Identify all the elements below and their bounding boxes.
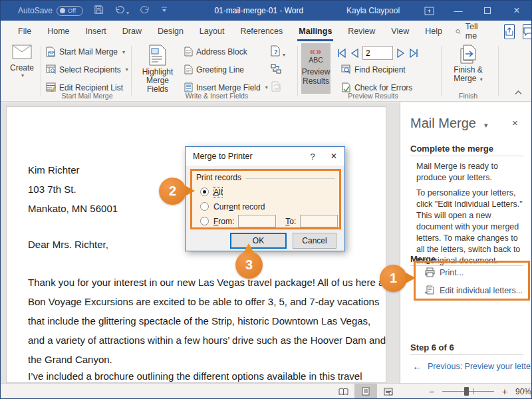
customize-qat-button[interactable] [161, 6, 168, 15]
next-record-button[interactable] [397, 49, 405, 58]
address-block-button[interactable]: Address Block [184, 47, 247, 57]
read-mode-icon [338, 388, 348, 396]
tab-home[interactable]: Home [39, 21, 77, 42]
autosave-toggle[interactable]: Off [57, 6, 83, 16]
create-button[interactable]: Create ▾ [7, 45, 37, 78]
tab-view[interactable]: View [383, 21, 417, 42]
maximize-button[interactable] [473, 1, 502, 21]
zoom-slider[interactable] [442, 391, 494, 392]
undo-caret-icon: ▾ [126, 10, 129, 16]
find-recipient-button[interactable]: Find Recipient [341, 65, 406, 74]
redo-button[interactable] [140, 5, 150, 17]
ribbon-tabs: File Home Insert Draw Design Layout Refe… [1, 21, 531, 42]
tab-file[interactable]: File [10, 21, 39, 42]
comments-button[interactable] [523, 24, 532, 39]
complete-merge-heading: Complete the merge [410, 144, 493, 154]
create-caret-icon: ▾ [21, 72, 24, 78]
callout-tail [185, 186, 195, 196]
read-mode-button[interactable] [332, 384, 354, 399]
zoom-in-button[interactable]: + [499, 386, 510, 397]
radio-from-to[interactable]: From: To: [196, 216, 335, 226]
tab-references[interactable]: References [232, 21, 291, 42]
edit-recipient-list-button[interactable]: Edit Recipient List [46, 82, 123, 92]
step-label: Step 6 of 6 [410, 342, 454, 352]
comment-icon [523, 27, 532, 36]
select-recipients-button[interactable]: Select Recipients▾ [46, 65, 128, 74]
web-layout-button[interactable] [377, 384, 400, 399]
previous-step-link[interactable]: ← Previous: Preview your letters [412, 360, 531, 372]
share-button[interactable] [504, 24, 515, 39]
radio-button-icon [200, 188, 209, 196]
dropdown-caret-icon: ▾ [480, 76, 483, 82]
start-mail-merge-icon [46, 47, 56, 57]
recipient-city: Mankato, MN 56001 [28, 199, 118, 218]
greeting-line-button[interactable]: Greeting Line [184, 65, 244, 74]
print-records-label: Print records [196, 173, 241, 182]
tell-me-box[interactable]: Tell me [456, 22, 481, 41]
merge-to-printer-dialog: Merge to Printer ? × Print records All C… [185, 146, 345, 251]
zoom-out-button[interactable]: − [426, 386, 437, 397]
dropdown-caret-icon: ▾ [283, 52, 285, 58]
tab-mailings[interactable]: Mailings [291, 21, 340, 42]
ok-button[interactable]: OK [230, 233, 287, 249]
from-input[interactable] [238, 215, 276, 227]
dialog-title-bar[interactable]: Merge to Printer ? × [186, 147, 344, 166]
left-arrow-icon: ← [412, 360, 422, 372]
radio-current-record[interactable]: Current record [196, 201, 335, 211]
dropdown-caret-icon: ▾ [126, 66, 128, 72]
first-record-button[interactable] [337, 49, 346, 58]
insert-merge-field-button[interactable]: Insert Merge Field▾ [184, 82, 268, 92]
start-mail-merge-button[interactable]: Start Mail Merge▾ [46, 47, 125, 57]
tab-design[interactable]: Design [150, 21, 192, 42]
mail-merge-pane: Mail Merge ▾ × Complete the merge Mail M… [400, 102, 532, 383]
print-layout-icon [362, 387, 370, 396]
body-line: Bon Voyage Excursions are excited to be … [28, 292, 379, 311]
tab-review[interactable]: Review [340, 21, 383, 42]
ribbon: Create ▾ Start Mail Merge▾ Select Recipi… [1, 42, 531, 102]
match-fields-button[interactable] [271, 64, 285, 76]
preview-chevrons-icon: «» [310, 47, 323, 55]
dropdown-caret-icon: ▾ [265, 84, 268, 90]
minimize-button[interactable]: — [444, 1, 473, 21]
print-layout-button[interactable] [354, 384, 377, 399]
tab-layout[interactable]: Layout [192, 21, 233, 42]
previous-record-button[interactable] [350, 49, 358, 58]
user-name[interactable]: Kayla Claypool [346, 6, 400, 15]
zoom-slider-thumb[interactable] [464, 387, 469, 396]
to-input[interactable] [300, 215, 338, 227]
envelope-icon [12, 45, 32, 59]
groupbox-rule [245, 178, 335, 179]
pane-close-icon[interactable]: × [512, 117, 518, 128]
tab-draw[interactable]: Draw [114, 21, 150, 42]
close-button[interactable]: × [502, 1, 531, 21]
pane-options-caret-icon[interactable]: ▾ [484, 121, 488, 130]
last-record-button[interactable] [409, 49, 418, 58]
dialog-help-button[interactable]: ? [302, 152, 323, 162]
finish-and-merge-button[interactable]: Finish & Merge ▾ [448, 45, 489, 84]
autosave-label: AutoSave [18, 6, 53, 15]
collapse-ribbon-button[interactable] [515, 88, 522, 97]
salutation: Dear Mrs. Richter, [28, 235, 108, 254]
radio-button-icon [200, 202, 209, 211]
group-label-finish: Finish [448, 92, 489, 100]
svg-text:?: ? [274, 49, 278, 55]
radio-all[interactable]: All [196, 187, 335, 197]
dialog-close-button[interactable]: × [323, 150, 344, 162]
save-icon[interactable] [94, 5, 104, 17]
tab-help[interactable]: Help [417, 21, 450, 42]
check-for-errors-button[interactable]: Check for Errors [341, 82, 412, 92]
cancel-button[interactable]: Cancel [293, 233, 336, 249]
tab-insert[interactable]: Insert [78, 21, 114, 42]
rules-button[interactable]: ?▾ [271, 45, 285, 59]
autosave-control[interactable]: AutoSave Off [18, 6, 83, 16]
web-layout-icon [384, 388, 393, 396]
edit-recipient-list-icon [46, 82, 56, 92]
rules-icon: ? [271, 45, 281, 57]
highlight-merge-fields-button[interactable]: Highlight Merge Fields [136, 45, 179, 94]
undo-button[interactable]: ▾ [114, 5, 129, 17]
record-number-input[interactable] [362, 46, 393, 60]
preview-results-toggle[interactable]: «» ABC Preview Results [301, 43, 331, 94]
ribbon-display-options-button[interactable] [414, 1, 444, 21]
create-label: Create [10, 63, 34, 72]
zoom-level[interactable]: 90% [515, 387, 531, 396]
